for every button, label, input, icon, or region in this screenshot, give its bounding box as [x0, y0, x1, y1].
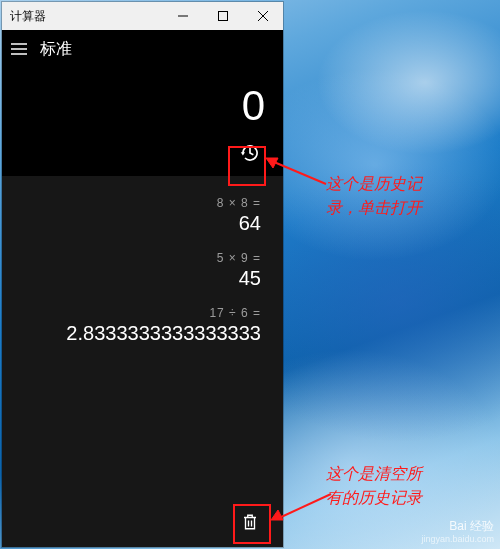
- calculator-window: 计算器 标准 0: [2, 2, 283, 547]
- trash-icon: [241, 513, 259, 531]
- maximize-button[interactable]: [203, 2, 243, 30]
- mode-row: 标准: [2, 30, 283, 64]
- maximize-icon: [218, 11, 228, 21]
- close-button[interactable]: [243, 2, 283, 30]
- history-icon: [240, 143, 260, 163]
- hamburger-icon: [11, 43, 27, 55]
- calculator-body: 标准 0 8 × 8 = 64 5 × 9 = 45: [2, 30, 283, 547]
- history-expression: 8 × 8 =: [24, 196, 261, 210]
- display-value: 0: [2, 64, 283, 138]
- history-item[interactable]: 17 ÷ 6 = 2.8333333333333333: [2, 300, 283, 355]
- history-result: 64: [24, 212, 261, 235]
- watermark-brand: Bai 经验: [449, 519, 494, 533]
- svg-marker-7: [241, 152, 245, 155]
- svg-rect-1: [219, 12, 228, 21]
- history-result: 45: [24, 267, 261, 290]
- history-panel: 8 × 8 = 64 5 × 9 = 45 17 ÷ 6 = 2.8333333…: [2, 176, 283, 547]
- history-item[interactable]: 8 × 8 = 64: [2, 190, 283, 245]
- history-item[interactable]: 5 × 9 = 45: [2, 245, 283, 300]
- history-list: 8 × 8 = 64 5 × 9 = 45 17 ÷ 6 = 2.8333333…: [2, 190, 283, 507]
- watermark-sub: jingyan.baidu.com: [421, 534, 494, 544]
- watermark: Bai 经验 jingyan.baidu.com: [421, 519, 494, 545]
- history-expression: 17 ÷ 6 =: [24, 306, 261, 320]
- history-toggle-row: [2, 138, 283, 176]
- clear-history-button[interactable]: [235, 507, 265, 537]
- minimize-button[interactable]: [163, 2, 203, 30]
- history-result: 2.8333333333333333: [24, 322, 261, 345]
- close-icon: [258, 11, 268, 21]
- menu-button[interactable]: [8, 38, 30, 60]
- titlebar: 计算器: [2, 2, 283, 30]
- mode-label: 标准: [40, 39, 72, 60]
- trash-row: [2, 507, 283, 547]
- history-button[interactable]: [235, 138, 265, 168]
- history-expression: 5 × 9 =: [24, 251, 261, 265]
- minimize-icon: [178, 11, 188, 21]
- window-title: 计算器: [2, 8, 163, 25]
